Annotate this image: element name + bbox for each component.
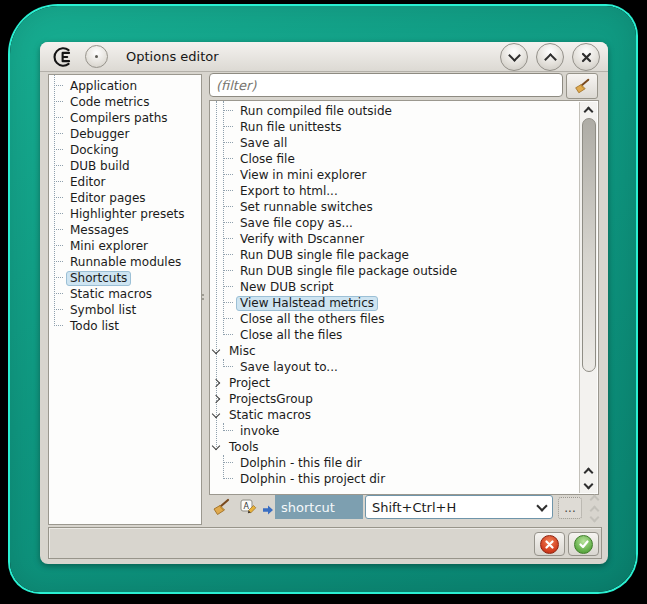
tree-item-label: Save file copy as...: [236, 216, 357, 231]
tree-item[interactable]: Dolphin - this project dir: [210, 471, 598, 487]
sidebar-item-label: Code metrics: [66, 95, 153, 110]
node-chevron-icon[interactable]: [212, 442, 220, 450]
sidebar-item-label: Debugger: [66, 127, 133, 142]
dot-icon: [95, 55, 98, 58]
tree-item[interactable]: View in mini explorer: [210, 167, 598, 183]
shortcut-value-combobox[interactable]: Shift+Ctrl+H: [365, 495, 553, 519]
tree-item-label: Dolphin - this file dir: [236, 456, 366, 471]
chevron-up-icon: [589, 495, 599, 505]
node-chevron-icon[interactable]: [212, 410, 220, 418]
window-frame: Options editor ApplicationCode metricsCo…: [10, 6, 636, 592]
sidebar-item[interactable]: Highlighter presets: [49, 206, 201, 222]
sidebar-item[interactable]: Static macros: [49, 286, 201, 302]
accept-button[interactable]: [568, 532, 599, 556]
scroll-up-button-2[interactable]: [580, 463, 597, 478]
chevron-up-icon: [584, 107, 594, 117]
filter-input[interactable]: [209, 73, 563, 97]
tree-node[interactable]: Project: [210, 375, 598, 391]
tree-scrollbar[interactable]: [579, 102, 597, 493]
edit-shortcut-button[interactable]: A: [240, 498, 257, 519]
tree-dash: [223, 238, 233, 240]
node-chevron-icon[interactable]: [212, 395, 220, 403]
tree-item[interactable]: Run DUB single file package: [210, 247, 598, 263]
tree-dash: [223, 110, 233, 112]
tree-dash: [223, 478, 233, 480]
accept-check-icon: [574, 535, 593, 554]
sidebar-item[interactable]: Editor pages: [49, 190, 201, 206]
sidebar-item[interactable]: Application: [49, 78, 201, 94]
tree-item-label: View in mini explorer: [236, 168, 370, 183]
tree-item[interactable]: Close all the files: [210, 327, 598, 343]
tree-node[interactable]: Misc: [210, 343, 598, 359]
chevron-down-icon: [508, 49, 521, 62]
tree-item[interactable]: Run DUB single file package outside: [210, 263, 598, 279]
tree-node[interactable]: ProjectsGroup: [210, 391, 598, 407]
tree-item[interactable]: Save file copy as...: [210, 215, 598, 231]
tree-dash: [54, 245, 63, 247]
sidebar-item-label: Messages: [66, 223, 133, 238]
scroll-up-button[interactable]: [580, 102, 597, 117]
scrollbar-thumb[interactable]: [582, 118, 596, 372]
tree-node[interactable]: Tools: [210, 439, 598, 455]
tree-item[interactable]: Set runnable switches: [210, 199, 598, 215]
close-button[interactable]: [572, 43, 600, 71]
tree-item-label: invoke: [236, 424, 283, 439]
tree-dash: [54, 85, 63, 87]
tree-item[interactable]: Run file unittests: [210, 119, 598, 135]
tree-dash: [54, 229, 63, 231]
chevron-down-icon: [584, 479, 594, 489]
sidebar-item[interactable]: Docking: [49, 142, 201, 158]
property-grid-scrollbar[interactable]: [587, 492, 601, 524]
property-name-cell[interactable]: shortcut: [275, 495, 363, 519]
clear-shortcut-button[interactable]: [211, 497, 231, 521]
sidebar-item[interactable]: Code metrics: [49, 94, 201, 110]
sidebar-item-label: Shortcuts: [66, 271, 131, 286]
node-chevron-icon[interactable]: [212, 346, 220, 354]
tree-item[interactable]: Close all the others files: [210, 311, 598, 327]
tree-item[interactable]: invoke: [210, 423, 598, 439]
tree-item[interactable]: Save layout to...: [210, 359, 598, 375]
window-menu-button[interactable]: [85, 45, 108, 68]
sidebar-item[interactable]: Compilers paths: [49, 110, 201, 126]
tree-dash: [54, 117, 63, 119]
tree-item[interactable]: Dolphin - this file dir: [210, 455, 598, 471]
tree-node[interactable]: Static macros: [210, 407, 598, 423]
tree-dash: [54, 277, 63, 279]
tree-item[interactable]: Save all: [210, 135, 598, 151]
tree-item[interactable]: View Halstead metrics: [210, 295, 598, 311]
tree-item[interactable]: Run compiled file outside: [210, 103, 598, 119]
tree-dash: [54, 165, 63, 167]
splitter-grip[interactable]: [202, 292, 205, 302]
shade-button[interactable]: [500, 43, 528, 71]
tree-dash: [223, 206, 233, 208]
sidebar-item[interactable]: Symbol list: [49, 302, 201, 318]
tree-dash: [223, 318, 233, 320]
sidebar-item[interactable]: Shortcuts: [49, 270, 201, 286]
tree-item[interactable]: New DUB script: [210, 279, 598, 295]
tree-item[interactable]: Export to html...: [210, 183, 598, 199]
sidebar-item[interactable]: DUB build: [49, 158, 201, 174]
tree-item-label: Export to html...: [236, 184, 342, 199]
tree-item[interactable]: Verify with Dscanner: [210, 231, 598, 247]
sidebar-item[interactable]: Runnable modules: [49, 254, 201, 270]
sidebar-item[interactable]: Mini explorer: [49, 238, 201, 254]
more-button[interactable]: ...: [558, 497, 582, 519]
shortcuts-tree[interactable]: Run compiled file outsideRun file unitte…: [209, 100, 599, 495]
categories-list[interactable]: ApplicationCode metricsCompilers pathsDe…: [48, 74, 202, 525]
options-editor-window: Options editor ApplicationCode metricsCo…: [40, 42, 608, 564]
sidebar-item[interactable]: Messages: [49, 222, 201, 238]
node-chevron-icon[interactable]: [212, 379, 220, 387]
cancel-button[interactable]: [534, 532, 565, 556]
sidebar-item[interactable]: Debugger: [49, 126, 201, 142]
tree-node-label: Tools: [225, 440, 263, 455]
sidebar-item-label: Highlighter presets: [66, 207, 189, 222]
tree-item[interactable]: Close file: [210, 151, 598, 167]
scroll-down-button[interactable]: [580, 478, 597, 493]
clear-filter-button[interactable]: [566, 73, 598, 99]
titlebar[interactable]: Options editor: [40, 42, 608, 72]
tree-dash: [54, 181, 63, 183]
tree-dash: [54, 197, 63, 199]
sidebar-item[interactable]: Editor: [49, 174, 201, 190]
unshade-button[interactable]: [536, 43, 564, 71]
sidebar-item[interactable]: Todo list: [49, 318, 201, 334]
